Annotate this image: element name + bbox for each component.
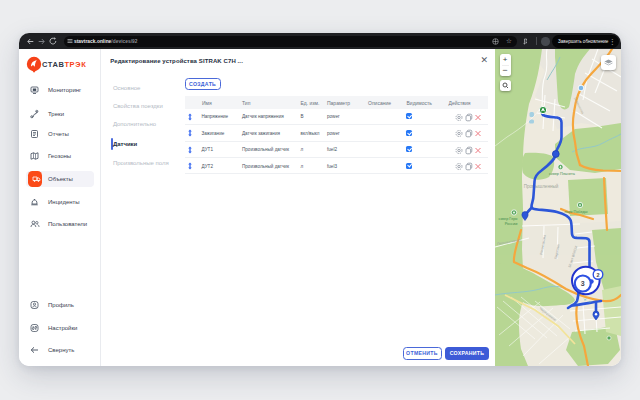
svg-text:России: России [505,222,518,226]
svg-text:3: 3 [581,280,585,287]
svg-text:Промышленный: Промышленный [524,183,559,189]
svg-text:сквер Планета: сквер Планета [549,172,576,176]
svg-text:парк Победы: парк Победы [565,210,588,214]
svg-text:сквер Геро: сквер Геро [499,217,518,221]
svg-text:2: 2 [596,272,599,278]
